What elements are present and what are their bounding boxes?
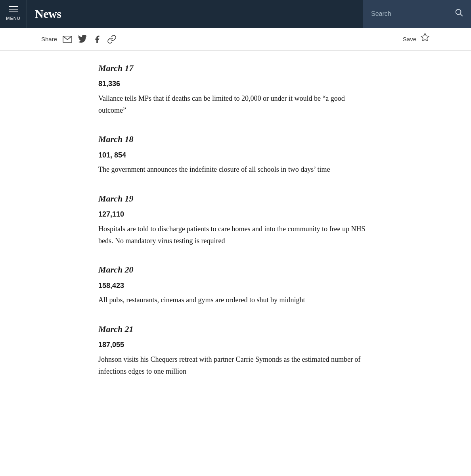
entry-text: Hospitals are told to discharge patients… bbox=[98, 223, 373, 247]
entry-text: The government announces the indefinite … bbox=[98, 164, 373, 176]
share-label: Share bbox=[41, 35, 57, 44]
entry-date: March 21 bbox=[98, 322, 373, 336]
svg-line-1 bbox=[460, 14, 462, 16]
entry-text: All pubs, restaurants, cinemas and gyms … bbox=[98, 294, 373, 306]
entry-number: 187,055 bbox=[98, 339, 373, 351]
share-section: Share bbox=[41, 35, 117, 44]
search-container bbox=[363, 0, 471, 28]
entry-date: March 18 bbox=[98, 132, 373, 146]
save-button[interactable] bbox=[420, 32, 430, 46]
site-title: News bbox=[35, 4, 61, 23]
header-left: MENU News bbox=[0, 0, 61, 28]
entry-number: 158,423 bbox=[98, 280, 373, 292]
save-section: Save bbox=[403, 32, 430, 46]
svg-marker-3 bbox=[421, 33, 429, 41]
entry-date: March 20 bbox=[98, 263, 373, 276]
email-share-button[interactable] bbox=[63, 36, 72, 43]
entry-text: Johnson visits his Chequers retreat with… bbox=[98, 354, 373, 377]
entry-number: 127,110 bbox=[98, 209, 373, 220]
save-label: Save bbox=[403, 35, 416, 44]
menu-label: MENU bbox=[6, 15, 20, 22]
entry-date: March 17 bbox=[98, 61, 373, 75]
header: MENU News bbox=[0, 0, 471, 28]
entry-text: Vallance tells MPs that if deaths can be… bbox=[98, 93, 373, 116]
facebook-share-button[interactable] bbox=[93, 35, 101, 44]
toolbar: Share Save bbox=[0, 28, 471, 51]
menu-bar-1 bbox=[9, 6, 18, 7]
search-input[interactable] bbox=[371, 10, 450, 17]
entry-item: March 21187,055Johnson visits his Cheque… bbox=[98, 322, 373, 377]
entry-number: 101, 854 bbox=[98, 150, 373, 161]
entry-item: March 19127,110Hospitals are told to dis… bbox=[98, 192, 373, 247]
entry-item: March 20158,423All pubs, restaurants, ci… bbox=[98, 263, 373, 306]
entry-number: 81,336 bbox=[98, 78, 373, 90]
entry-item: March 18101, 854The government announces… bbox=[98, 132, 373, 176]
entry-date: March 19 bbox=[98, 192, 373, 205]
menu-button[interactable]: MENU bbox=[0, 0, 27, 28]
twitter-share-button[interactable] bbox=[78, 35, 87, 44]
entry-item: March 1781,336Vallance tells MPs that if… bbox=[98, 61, 373, 116]
search-icon[interactable] bbox=[454, 8, 463, 20]
menu-bar-2 bbox=[9, 9, 18, 10]
article-content: March 1781,336Vallance tells MPs that if… bbox=[57, 51, 414, 409]
menu-bar-3 bbox=[9, 12, 18, 12]
link-share-button[interactable] bbox=[107, 35, 117, 44]
